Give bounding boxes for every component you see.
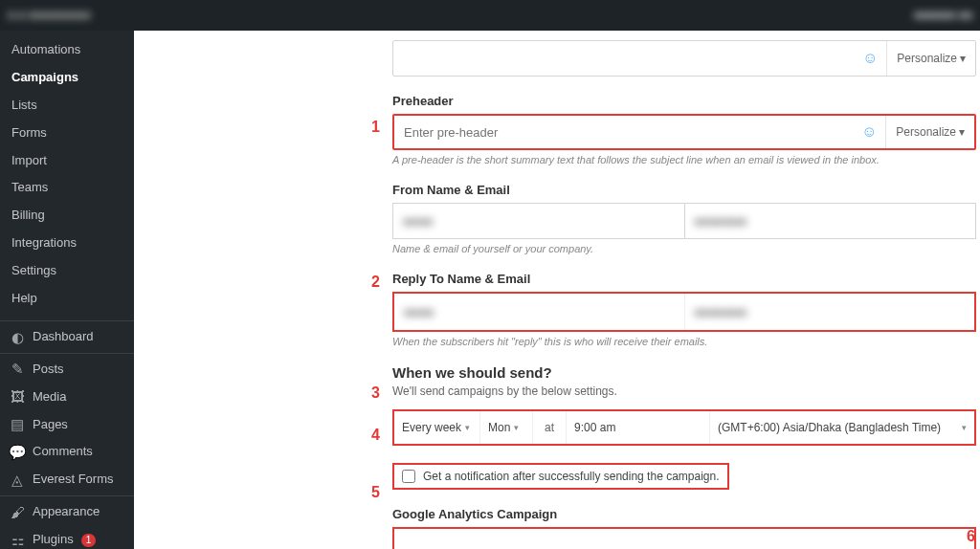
sidebar-item-teams[interactable]: Teams xyxy=(0,174,134,202)
when-heading: When we should send? xyxy=(392,364,976,381)
sidebar-item-dashboard[interactable]: ◐ Dashboard xyxy=(0,323,134,351)
reply-email-input[interactable]: ■■■■■■■ xyxy=(685,294,975,330)
chevron-down-icon: ▾ xyxy=(960,52,966,65)
notification-label: Get a notification after successfully se… xyxy=(423,470,720,483)
sidebar-item-lists[interactable]: Lists xyxy=(0,92,134,120)
sidebar-item-label: Plugins xyxy=(33,532,74,548)
notification-checkbox-row[interactable]: Get a notification after successfully se… xyxy=(392,463,729,490)
sidebar-item-comments[interactable]: 💬 Comments xyxy=(0,438,134,466)
sidebar-item-label: Integrations xyxy=(11,235,77,252)
sidebar-item-label: Media xyxy=(33,389,66,406)
day-value: Mon xyxy=(488,421,510,434)
sidebar-item-label: Billing xyxy=(11,208,45,224)
sidebar-item-label: Everest Forms xyxy=(33,472,114,488)
from-email-input[interactable]: ■■■■■■■ xyxy=(685,203,977,239)
ga-campaign-input[interactable] xyxy=(392,527,976,549)
sidebar-item-label: Forms xyxy=(11,125,47,142)
time-value: 9:00 am xyxy=(574,421,615,434)
sidebar-item-label: Pages xyxy=(33,417,68,433)
sidebar-item-label: Comments xyxy=(33,444,93,460)
sidebar-item-forms[interactable]: Forms xyxy=(0,120,134,147)
chevron-down-icon: ▾ xyxy=(959,125,965,139)
from-label: From Name & Email xyxy=(392,183,976,197)
dashboard-icon: ◐ xyxy=(10,329,25,344)
sidebar-item-label: Help xyxy=(11,291,37,307)
wp-admin-toolbar[interactable]: ■ ■ ■■■■■■■■■ ■■■■■■ ■■ xyxy=(0,0,980,31)
sidebar-item-automations[interactable]: Automations xyxy=(0,36,134,64)
annotation-marker-1: 1 xyxy=(371,119,380,136)
sidebar-separator xyxy=(0,320,134,321)
timezone-value: (GMT+6:00) Asia/Dhaka (Bangladesh Time) xyxy=(718,421,941,434)
from-helper: Name & email of yourself or your company… xyxy=(392,243,976,254)
frequency-select[interactable]: Every week ▾ xyxy=(394,411,480,444)
brush-icon: 🖌 xyxy=(10,505,25,520)
sidebar-item-import[interactable]: Import xyxy=(0,147,134,175)
sidebar-item-label: Appearance xyxy=(33,504,100,520)
reply-label: Reply To Name & Email xyxy=(392,272,976,286)
sidebar-item-campaigns[interactable]: Campaigns xyxy=(0,64,134,92)
annotation-marker-2: 2 xyxy=(371,274,380,291)
annotation-marker-5: 5 xyxy=(371,484,380,501)
reply-name-input[interactable]: ■■■■ xyxy=(394,294,685,330)
comment-icon: 💬 xyxy=(10,445,25,460)
preheader-input-row: ☺ Personalize ▾ xyxy=(392,114,976,150)
toolbar-left-blur: ■ ■ ■■■■■■■■■ xyxy=(8,9,90,22)
personalize-dropdown[interactable]: Personalize ▾ xyxy=(885,116,974,148)
emoji-picker-icon[interactable]: ☺ xyxy=(853,116,885,148)
from-fields: ■■■■ ■■■■■■■ xyxy=(392,203,976,239)
sidebar-item-plugins[interactable]: ⚏ Plugins 1 xyxy=(0,526,134,549)
annotation-marker-3: 3 xyxy=(371,384,380,402)
sidebar-item-label: Lists xyxy=(11,98,37,114)
sidebar-item-billing[interactable]: Billing xyxy=(0,202,134,230)
main-content: 1 2 3 4 5 6 ☺ Personalize ▾ xyxy=(134,31,980,549)
media-icon: 🖾 xyxy=(10,389,25,405)
sidebar-item-everest-forms[interactable]: ◬ Everest Forms xyxy=(0,466,134,494)
sidebar-item-integrations[interactable]: Integrations xyxy=(0,230,134,257)
page-icon: ▤ xyxy=(10,417,25,432)
preheader-helper: A pre-header is the short summary text t… xyxy=(392,154,976,165)
schedule-row: Every week ▾ Mon ▾ at 9:00 am (GMT+6:00) xyxy=(392,409,976,446)
sidebar-item-pages[interactable]: ▤ Pages xyxy=(0,411,134,439)
sidebar-item-label: Automations xyxy=(11,42,80,58)
from-name-input[interactable]: ■■■■ xyxy=(392,203,685,239)
sidebar-item-help[interactable]: Help xyxy=(0,285,134,313)
timezone-select[interactable]: (GMT+6:00) Asia/Dhaka (Bangladesh Time) … xyxy=(710,411,974,444)
sidebar-separator xyxy=(0,495,134,496)
chevron-down-icon: ▾ xyxy=(465,423,470,432)
sidebar-item-media[interactable]: 🖾 Media xyxy=(0,384,134,411)
toolbar-right-blur: ■■■■■■ ■■ xyxy=(914,9,972,22)
ga-label: Google Analytics Campaign xyxy=(392,507,976,521)
day-select[interactable]: Mon ▾ xyxy=(480,411,533,444)
sidebar-item-label: Posts xyxy=(33,362,64,378)
sidebar-item-label: Import xyxy=(11,153,47,169)
mountain-icon: ◬ xyxy=(10,472,25,488)
reply-fields: ■■■■ ■■■■■■■ xyxy=(392,292,976,332)
chevron-down-icon: ▾ xyxy=(514,423,519,432)
subject-input-row: ☺ Personalize ▾ xyxy=(392,40,976,77)
update-badge: 1 xyxy=(81,534,97,547)
frequency-value: Every week xyxy=(402,421,461,434)
annotation-marker-4: 4 xyxy=(371,427,380,444)
sidebar-item-appearance[interactable]: 🖌 Appearance xyxy=(0,498,134,526)
subject-input[interactable] xyxy=(393,41,854,76)
preheader-label: Preheader xyxy=(392,94,976,108)
sidebar-item-posts[interactable]: ✎ Posts xyxy=(0,356,134,384)
personalize-dropdown[interactable]: Personalize ▾ xyxy=(886,41,975,76)
personalize-label: Personalize xyxy=(897,52,957,65)
sidebar-item-label: Dashboard xyxy=(33,329,94,345)
notification-checkbox[interactable] xyxy=(402,470,415,483)
chevron-down-icon: ▾ xyxy=(962,423,967,432)
emoji-picker-icon[interactable]: ☺ xyxy=(854,41,886,76)
sidebar-item-label: Campaigns xyxy=(11,70,78,86)
admin-sidebar: Automations Campaigns Lists Forms Import… xyxy=(0,31,134,549)
sidebar-item-label: Settings xyxy=(11,263,56,279)
plug-icon: ⚏ xyxy=(10,533,25,548)
time-input[interactable]: 9:00 am xyxy=(567,411,710,444)
pin-icon: ✎ xyxy=(10,362,25,377)
at-label: at xyxy=(533,411,567,444)
sidebar-separator xyxy=(0,353,134,354)
sidebar-item-label: Teams xyxy=(11,180,48,196)
sidebar-item-plugin-settings[interactable]: Settings xyxy=(0,257,134,285)
when-sub: We'll send campaigns by the below settin… xyxy=(392,384,976,398)
preheader-input[interactable] xyxy=(394,116,853,148)
